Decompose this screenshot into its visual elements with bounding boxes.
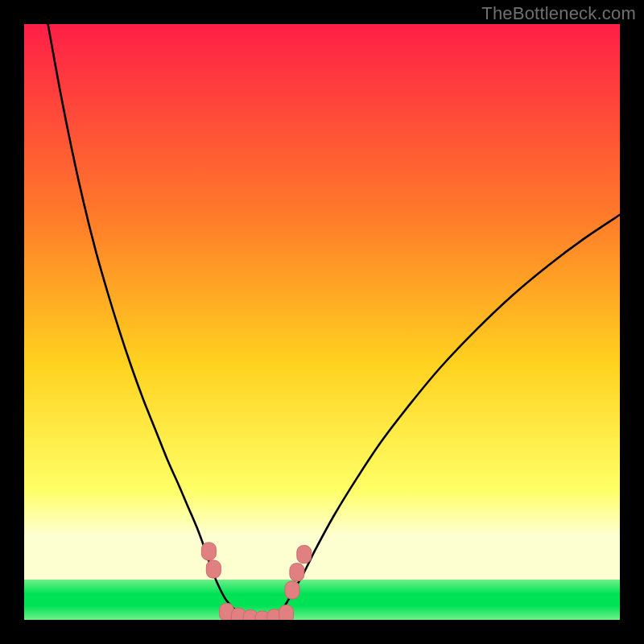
curve-marker <box>201 543 216 560</box>
bottleneck-curves <box>24 24 620 620</box>
outer-frame: TheBottleneck.com <box>0 0 644 644</box>
curve-marker <box>290 564 304 581</box>
curve-marker <box>285 581 299 599</box>
left-curve-path <box>48 24 262 620</box>
right-curve-path <box>262 215 620 620</box>
plot-area <box>24 24 620 620</box>
curve-markers <box>201 543 311 620</box>
watermark-text: TheBottleneck.com <box>481 3 636 24</box>
curve-marker <box>206 560 221 578</box>
curve-marker <box>279 605 294 620</box>
curve-marker <box>297 546 312 564</box>
